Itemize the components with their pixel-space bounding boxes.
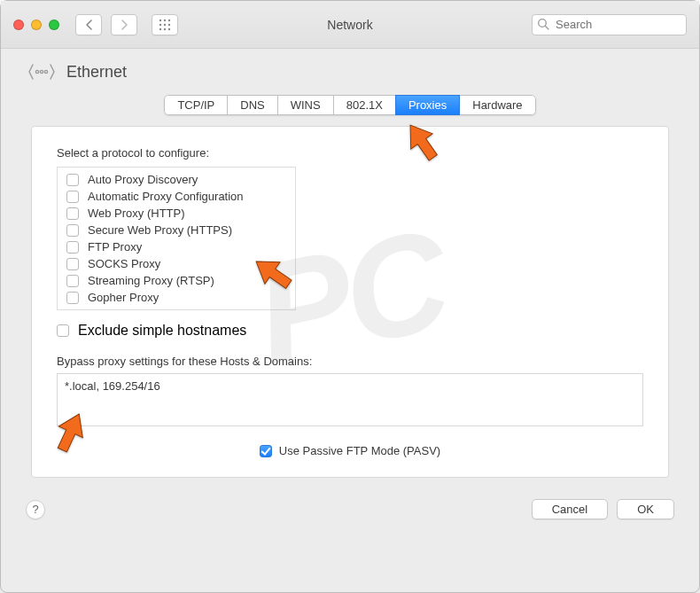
exclude-simple-label: Exclude simple hostnames — [78, 323, 246, 339]
svg-point-7 — [164, 27, 166, 29]
search-input[interactable] — [532, 14, 687, 35]
svg-point-13 — [44, 70, 47, 73]
pasv-checkbox[interactable] — [260, 445, 272, 457]
zoom-icon[interactable] — [49, 20, 59, 30]
svg-point-6 — [159, 27, 161, 29]
footer: ? Cancel OK — [1, 490, 699, 539]
protocol-label: Gopher Proxy — [88, 291, 159, 304]
minimize-icon[interactable] — [31, 20, 42, 30]
cancel-button[interactable]: Cancel — [532, 499, 608, 519]
svg-point-5 — [168, 23, 170, 25]
protocol-row[interactable]: Web Proxy (HTTP) — [58, 205, 295, 222]
close-icon[interactable] — [13, 20, 24, 30]
protocol-list: Auto Proxy DiscoveryAutomatic Proxy Conf… — [57, 167, 296, 310]
svg-point-8 — [168, 27, 170, 29]
chevron-left-icon — [85, 20, 93, 30]
forward-button[interactable] — [111, 14, 137, 35]
bypass-label: Bypass proxy settings for these Hosts & … — [57, 355, 643, 368]
svg-point-2 — [168, 19, 170, 20]
protocol-checkbox[interactable] — [66, 207, 79, 220]
tab-dns[interactable]: DNS — [227, 95, 277, 115]
help-button[interactable]: ? — [26, 500, 45, 519]
protocol-checkbox[interactable] — [66, 224, 79, 237]
protocol-row[interactable]: Secure Web Proxy (HTTPS) — [58, 222, 295, 238]
exclude-simple-row[interactable]: Exclude simple hostnames — [57, 323, 643, 339]
ok-button[interactable]: OK — [617, 499, 674, 519]
protocol-section-label: Select a protocol to configure: — [57, 146, 643, 160]
tab-wins[interactable]: WINS — [277, 95, 334, 115]
protocol-row[interactable]: Streaming Proxy (RTSP) — [58, 272, 295, 289]
grid-icon — [159, 19, 171, 31]
svg-point-1 — [164, 19, 166, 20]
protocol-label: Streaming Proxy (RTSP) — [88, 274, 214, 287]
tab-hardware[interactable]: Hardware — [459, 95, 535, 115]
pasv-label: Use Passive FTP Mode (PASV) — [279, 444, 440, 457]
search-wrap — [532, 14, 687, 35]
svg-point-4 — [164, 23, 166, 25]
content-panel: Select a protocol to configure: Auto Pro… — [31, 126, 669, 478]
protocol-row[interactable]: SOCKS Proxy — [58, 255, 295, 272]
show-all-button[interactable] — [152, 14, 178, 35]
protocol-checkbox[interactable] — [66, 258, 79, 270]
tab-tcpip[interactable]: TCP/IP — [164, 95, 228, 115]
tab-8021x[interactable]: 802.1X — [333, 95, 396, 115]
tab-bar: TCP/IPDNSWINS802.1XProxiesHardware — [1, 95, 699, 115]
protocol-label: Web Proxy (HTTP) — [88, 207, 185, 220]
protocol-checkbox[interactable] — [66, 241, 79, 254]
protocol-label: Automatic Proxy Configuration — [88, 190, 244, 203]
svg-point-3 — [159, 23, 161, 25]
svg-point-12 — [40, 70, 43, 73]
protocol-row[interactable]: Auto Proxy Discovery — [58, 171, 295, 188]
ethernet-icon — [27, 61, 56, 82]
protocol-label: Secure Web Proxy (HTTPS) — [88, 223, 232, 237]
svg-line-10 — [545, 26, 548, 29]
protocol-label: Auto Proxy Discovery — [88, 173, 198, 186]
preferences-window: Network Ethernet TCP/IPDNSWINS802.1XProx… — [0, 0, 700, 593]
svg-point-0 — [159, 19, 161, 20]
protocol-checkbox[interactable] — [66, 275, 79, 287]
toolbar-nav — [75, 14, 178, 35]
svg-point-11 — [35, 70, 38, 73]
protocol-checkbox[interactable] — [66, 292, 79, 304]
protocol-checkbox[interactable] — [66, 191, 79, 203]
protocol-row[interactable]: Gopher Proxy — [58, 289, 295, 306]
titlebar: Network — [1, 1, 699, 49]
back-button[interactable] — [75, 14, 102, 35]
search-icon — [537, 18, 549, 30]
protocol-row[interactable]: Automatic Proxy Configuration — [58, 188, 295, 205]
protocol-label: FTP Proxy — [88, 240, 142, 254]
exclude-simple-checkbox[interactable] — [57, 324, 69, 337]
bypass-textbox[interactable]: *.local, 169.254/16 — [57, 373, 643, 426]
protocol-row[interactable]: FTP Proxy — [58, 238, 295, 255]
chevron-right-icon — [121, 20, 128, 30]
pane-header: Ethernet — [1, 49, 699, 91]
pane-title: Ethernet — [66, 63, 127, 82]
pasv-row[interactable]: Use Passive FTP Mode (PASV) — [57, 444, 643, 457]
protocol-checkbox[interactable] — [66, 174, 79, 186]
window-controls — [13, 20, 59, 30]
tab-proxies[interactable]: Proxies — [395, 95, 460, 115]
protocol-label: SOCKS Proxy — [88, 257, 160, 270]
